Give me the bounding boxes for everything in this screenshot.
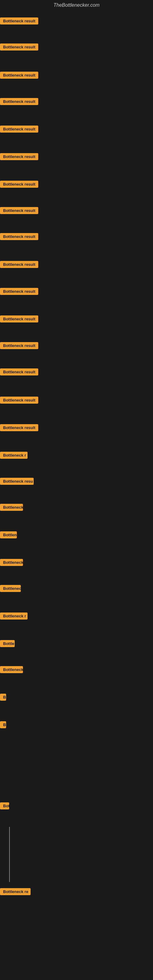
bottleneck-result-row-11: Bottleneck result	[0, 288, 38, 296]
bottleneck-result-row-13: Bottleneck result	[0, 342, 38, 350]
bottleneck-badge-1[interactable]: Bottleneck result	[0, 18, 38, 24]
bottleneck-badge-6[interactable]: Bottleneck result	[0, 153, 38, 160]
bottleneck-result-row-2: Bottleneck result	[0, 43, 38, 52]
bottleneck-result-row-20: Bottlen	[0, 531, 17, 539]
bottleneck-badge-11[interactable]: Bottleneck result	[0, 288, 38, 295]
bottleneck-result-row-23: Bottleneck r	[0, 612, 27, 621]
bottleneck-result-row-8: Bottleneck result	[0, 207, 38, 215]
bottleneck-result-row-27: B	[0, 721, 6, 730]
bottleneck-result-row-17: Bottleneck r	[0, 452, 27, 460]
bottleneck-badge-29[interactable]: Bottleneck re	[0, 888, 30, 895]
bottleneck-result-row-4: Bottleneck result	[0, 98, 38, 106]
bottleneck-badge-20[interactable]: Bottlen	[0, 531, 17, 538]
bottleneck-result-row-3: Bottleneck result	[0, 72, 38, 80]
bottleneck-result-row-29: Bottleneck re	[0, 888, 30, 896]
bottleneck-result-row-16: Bottleneck result	[0, 424, 38, 433]
bottleneck-result-row-21: Bottleneck	[0, 559, 23, 567]
bottleneck-result-row-5: Bottleneck result	[0, 126, 38, 134]
bottleneck-badge-19[interactable]: Bottleneck	[0, 504, 23, 511]
bottleneck-badge-15[interactable]: Bottleneck result	[0, 396, 38, 404]
bottleneck-badge-16[interactable]: Bottleneck result	[0, 424, 38, 431]
bottleneck-badge-7[interactable]: Bottleneck result	[0, 181, 38, 188]
bottleneck-badge-25[interactable]: Bottleneck	[0, 666, 23, 673]
bottleneck-badge-18[interactable]: Bottleneck resu	[0, 478, 33, 485]
bottleneck-badge-12[interactable]: Bottleneck result	[0, 315, 38, 323]
bottleneck-result-row-12: Bottleneck result	[0, 315, 38, 324]
bottleneck-badge-26[interactable]: B	[0, 694, 6, 701]
bottleneck-badge-22[interactable]: Bottlenec	[0, 585, 21, 592]
bottleneck-badge-5[interactable]: Bottleneck result	[0, 126, 38, 133]
bottleneck-badge-2[interactable]: Bottleneck result	[0, 43, 38, 51]
bottleneck-badge-24[interactable]: Bottle	[0, 640, 15, 647]
bottleneck-result-row-6: Bottleneck result	[0, 153, 38, 161]
vertical-line	[9, 827, 10, 882]
bottleneck-result-row-26: B	[0, 694, 6, 702]
bottleneck-result-row-15: Bottleneck result	[0, 396, 38, 405]
bottleneck-result-row-18: Bottleneck resu	[0, 478, 33, 486]
bottleneck-badge-10[interactable]: Bottleneck result	[0, 261, 38, 268]
bottleneck-result-row-24: Bottle	[0, 640, 15, 648]
bottleneck-result-row-22: Bottlenec	[0, 585, 21, 593]
bottleneck-badge-4[interactable]: Bottleneck result	[0, 98, 38, 105]
bottleneck-badge-23[interactable]: Bottleneck r	[0, 612, 27, 620]
bottleneck-result-row-14: Bottleneck result	[0, 368, 38, 377]
bottleneck-result-row-25: Bottleneck	[0, 666, 23, 675]
bottleneck-result-row-1: Bottleneck result	[0, 18, 38, 26]
bottleneck-badge-28[interactable]: Bot	[0, 802, 9, 810]
bottleneck-badge-17[interactable]: Bottleneck r	[0, 452, 27, 459]
site-title: TheBottlenecker.com	[0, 0, 153, 10]
bottleneck-badge-13[interactable]: Bottleneck result	[0, 342, 38, 349]
bottleneck-badge-14[interactable]: Bottleneck result	[0, 368, 38, 375]
bottleneck-badge-21[interactable]: Bottleneck	[0, 559, 23, 566]
bottleneck-badge-3[interactable]: Bottleneck result	[0, 72, 38, 79]
bottleneck-badge-9[interactable]: Bottleneck result	[0, 233, 38, 240]
bottleneck-result-row-7: Bottleneck result	[0, 181, 38, 189]
bottleneck-result-row-19: Bottleneck	[0, 504, 23, 512]
bottleneck-result-row-9: Bottleneck result	[0, 233, 38, 241]
bottleneck-badge-8[interactable]: Bottleneck result	[0, 207, 38, 214]
bottleneck-result-row-10: Bottleneck result	[0, 261, 38, 269]
bottleneck-badge-27[interactable]: B	[0, 721, 6, 728]
bottleneck-result-row-28: Bot	[0, 802, 9, 811]
